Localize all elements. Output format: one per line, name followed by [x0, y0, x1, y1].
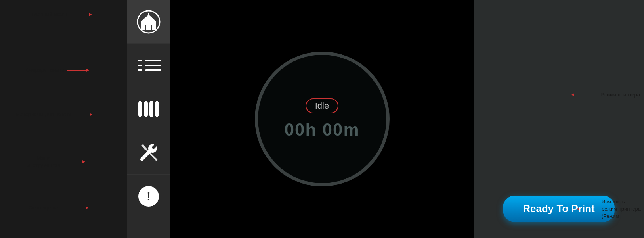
svg-rect-2 [146, 25, 151, 30]
sidebar-item-tools[interactable] [127, 131, 170, 175]
queue-icon [136, 60, 161, 71]
tools-icon [138, 142, 160, 164]
alert-icon: ! [138, 186, 159, 207]
svg-rect-12 [150, 115, 153, 117]
svg-rect-11 [150, 101, 153, 103]
svg-rect-8 [145, 101, 147, 103]
timer-display: 00h 00m [284, 120, 359, 140]
svg-rect-3 [148, 13, 149, 16]
svg-rect-7 [144, 102, 148, 116]
center-panel: Idle 00h 00m [170, 0, 474, 238]
svg-rect-13 [155, 102, 159, 116]
svg-rect-10 [149, 102, 153, 116]
right-panel: Ready To Print [474, 0, 644, 238]
sidebar-item-materials[interactable] [127, 87, 170, 131]
sidebar-item-queue[interactable] [127, 44, 170, 87]
svg-rect-9 [145, 115, 147, 117]
svg-rect-15 [156, 115, 158, 117]
svg-rect-4 [138, 102, 142, 116]
sidebar-item-home[interactable] [127, 0, 170, 44]
timer-circle: Idle 00h 00m [255, 52, 390, 186]
svg-rect-14 [156, 101, 158, 103]
materials-icon [138, 99, 160, 119]
svg-rect-5 [139, 101, 141, 103]
svg-rect-6 [139, 115, 141, 117]
status-badge: Idle [306, 98, 338, 113]
sidebar-item-alerts[interactable]: ! [127, 175, 170, 218]
home-icon [137, 10, 161, 34]
ready-to-print-button[interactable]: Ready To Print [503, 196, 615, 222]
